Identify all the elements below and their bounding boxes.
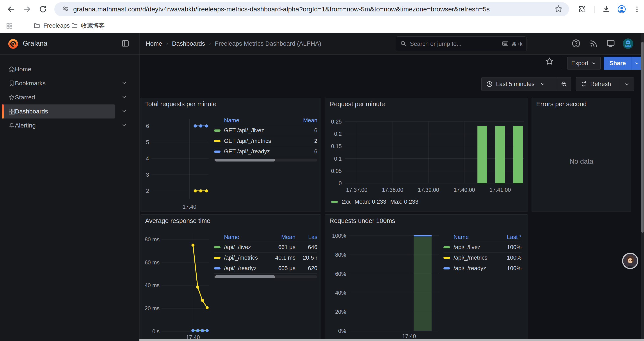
legend-col-name[interactable]: Name xyxy=(224,234,262,240)
series-last: 100% xyxy=(500,254,522,261)
chevron-down-icon xyxy=(591,60,597,66)
forward-button[interactable] xyxy=(21,3,33,15)
sidebar-item-home[interactable]: Home xyxy=(2,62,115,76)
legend-col-mean[interactable]: Mean xyxy=(262,234,296,240)
grafana-logo-icon xyxy=(7,38,19,50)
series-name: /api/_/livez xyxy=(224,244,262,251)
legend-col-name[interactable]: Name xyxy=(454,234,500,240)
menu-button[interactable] xyxy=(631,3,643,15)
series-color-pill xyxy=(214,246,220,248)
scrollbar-thumb[interactable] xyxy=(215,159,275,162)
vertical-scrollbar[interactable] xyxy=(641,33,644,341)
user-avatar[interactable] xyxy=(622,38,634,50)
chevron-down-icon[interactable] xyxy=(121,108,128,115)
export-button[interactable]: Export xyxy=(567,57,600,70)
folder-icon xyxy=(71,22,78,29)
refresh-button[interactable]: Refresh xyxy=(576,81,620,88)
sidebar-item-label: Bookmarks xyxy=(15,80,46,87)
breadcrumb-dashboards[interactable]: Dashboards xyxy=(172,40,205,47)
monitor-icon xyxy=(606,39,616,48)
brand-label[interactable]: Grafana xyxy=(23,40,47,47)
share-menu-button[interactable] xyxy=(632,60,642,66)
legend-row[interactable]: GET /api/_/metrics 2 xyxy=(214,136,318,146)
legend-header: Name Mean xyxy=(214,115,318,125)
site-settings-icon[interactable] xyxy=(62,5,70,14)
refresh-interval-button[interactable] xyxy=(620,81,634,87)
svg-text:40 ms: 40 ms xyxy=(145,282,160,288)
legend-row[interactable]: /api/_/readyz 605 µs 620 xyxy=(214,263,318,274)
apps-button[interactable] xyxy=(6,21,13,31)
request-per-minute-chart: 00.050.10.150.20.2517:37:0017:38:0017:39… xyxy=(325,98,528,212)
share-button[interactable]: Share xyxy=(604,57,642,70)
legend-row[interactable]: GET /api/_/livez 6 xyxy=(214,125,318,136)
url-bar[interactable]: grafana.mathmast.com/d/deytv4rwavabkb/fr… xyxy=(54,2,569,16)
series-mean: 605 µs xyxy=(262,265,296,272)
url-text[interactable]: grafana.mathmast.com/d/deytv4rwavabkb/fr… xyxy=(73,6,554,13)
sidebar-item-starred[interactable]: Starred xyxy=(2,90,115,104)
panel-title[interactable]: Errors per second xyxy=(536,101,587,108)
legend-row[interactable]: /api/_/livez 661 µs 646 xyxy=(214,242,318,253)
panel-avg-response-time: Average response time 0 s20 ms40 ms60 ms… xyxy=(140,214,321,341)
apps-grid-icon xyxy=(6,22,13,30)
reload-button[interactable] xyxy=(37,3,49,15)
breadcrumb-home[interactable]: Home xyxy=(146,40,162,47)
scrollbar-thumb[interactable] xyxy=(641,42,644,233)
legend-row[interactable]: /api/_/metrics 40.1 ms 20.5 r xyxy=(214,253,318,263)
legend-row[interactable]: /api/_/livez 100% xyxy=(444,242,522,253)
svg-text:3: 3 xyxy=(146,172,149,178)
series-last: 100% xyxy=(500,265,522,272)
sidebar-item-label: Home xyxy=(15,66,31,73)
legend-row[interactable]: /api/_/metrics 100% xyxy=(444,253,522,263)
svg-text:2: 2 xyxy=(146,188,149,194)
legend-row[interactable]: /api/_/readyz 100% xyxy=(444,263,522,273)
back-button[interactable] xyxy=(5,3,17,15)
legend-col-name[interactable]: Name xyxy=(224,117,298,124)
legend-row[interactable]: GET /api/_/readyz 6 xyxy=(214,146,318,157)
series-name: /api/_/metrics xyxy=(224,254,262,261)
avatar-icon xyxy=(622,38,634,49)
chevron-down-icon[interactable] xyxy=(121,80,128,87)
legend-scrollbar[interactable] xyxy=(214,275,318,278)
zoom-out-button[interactable] xyxy=(557,81,571,88)
series-mean: Mean: 0.233 xyxy=(354,198,386,205)
legend-scrollbar[interactable] xyxy=(214,159,318,162)
svg-text:4: 4 xyxy=(146,155,149,162)
chevron-down-icon xyxy=(634,60,640,66)
extensions-button[interactable] xyxy=(576,3,588,15)
favorite-dashboard-button[interactable] xyxy=(545,57,554,67)
profile-button[interactable] xyxy=(616,3,628,15)
reload-icon xyxy=(39,5,47,14)
zoom-out-icon xyxy=(560,81,568,88)
legend-col-last[interactable]: Las xyxy=(296,234,318,240)
legend-col-last[interactable]: Last * xyxy=(500,234,522,240)
news-button[interactable] xyxy=(589,39,598,49)
horizontal-scrollbar[interactable] xyxy=(140,339,644,341)
series-mean: 661 µs xyxy=(262,244,296,251)
svg-text:17:39:00: 17:39:00 xyxy=(418,187,439,193)
chevron-down-icon[interactable] xyxy=(121,94,128,101)
legend-col-mean[interactable]: Mean xyxy=(298,117,318,124)
extension-avatar-widget[interactable] xyxy=(622,253,638,269)
dock-menu-button[interactable] xyxy=(121,39,130,49)
help-button[interactable] xyxy=(571,39,581,49)
sidebar-item-dashboards[interactable]: Dashboards xyxy=(2,104,115,119)
bookmark-folder-freeleaps[interactable]: Freeleaps xyxy=(33,21,70,31)
time-range-button[interactable]: Last 5 minutes xyxy=(482,81,557,88)
bookmark-star-icon[interactable] xyxy=(554,5,563,14)
legend[interactable]: 2xx Mean: 0.233 Max: 0.233 xyxy=(331,198,418,205)
scrollbar-thumb[interactable] xyxy=(215,275,275,278)
kiosk-mode-button[interactable] xyxy=(606,39,616,49)
search-input[interactable]: Search or jump to... ⌘+k xyxy=(396,37,527,51)
sidebar-item-alerting[interactable]: Alerting xyxy=(2,119,115,133)
bookmark-folder-blogs[interactable]: 收藏博客 xyxy=(71,21,105,31)
toolbar-divider xyxy=(594,6,595,13)
svg-text:80%: 80% xyxy=(335,252,346,258)
series-mean: 2 xyxy=(298,138,318,144)
downloads-button[interactable] xyxy=(600,3,612,15)
sidebar-item-bookmarks[interactable]: Bookmarks xyxy=(2,76,115,90)
breadcrumb-separator: › xyxy=(209,40,211,47)
panel-errors-per-second: Errors per second No data xyxy=(532,98,631,212)
svg-text:0.1: 0.1 xyxy=(334,156,342,162)
series-color-pill xyxy=(214,140,220,142)
chevron-down-icon[interactable] xyxy=(121,122,128,129)
